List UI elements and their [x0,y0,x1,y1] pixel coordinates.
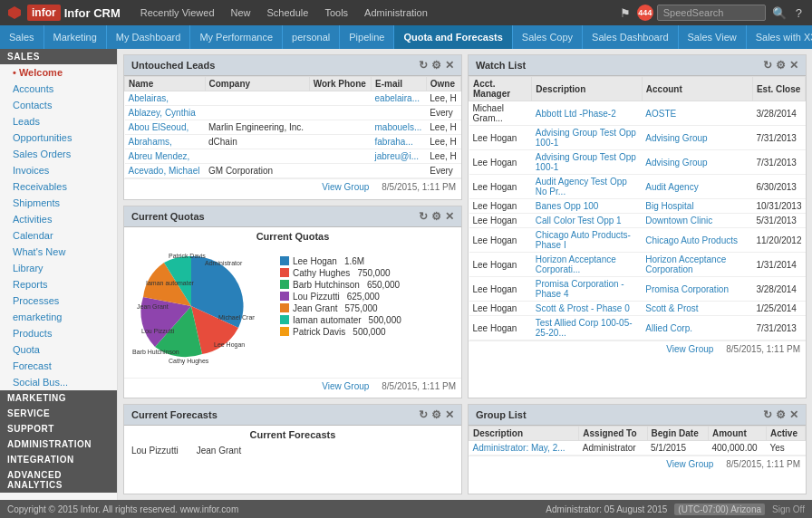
panel-close-icon[interactable]: ✕ [445,59,454,72]
sidebar-item-receivables[interactable]: Receivables [0,178,117,195]
wl-manager: Lee Hogan [469,316,532,341]
lead-name[interactable]: Abrahams, [125,135,206,149]
lead-name[interactable]: Ablazey, Cynthia [125,106,206,120]
wl-description[interactable]: Banes Opp 100 [532,199,642,214]
sidebar-item-emarketing[interactable]: emarketing [0,309,117,325]
quotas-refresh-icon[interactable]: ↻ [419,210,428,223]
nav-administration[interactable]: Administration [359,0,433,25]
tab-pipeline[interactable]: Pipeline [340,25,394,49]
lead-email[interactable]: fabraha... [372,135,427,149]
forecasts-refresh-icon[interactable]: ↻ [419,408,428,421]
quotas-settings-icon[interactable]: ⚙ [431,210,441,223]
grouplist-view-group[interactable]: View Group [666,459,713,469]
watchlist-close-icon[interactable]: ✕ [789,59,798,72]
gl-description[interactable]: Administrator: May, 2... [469,441,579,456]
wl-account[interactable]: Audit Agency [642,175,752,199]
nav-recently-viewed[interactable]: Recently Viewed [135,0,220,25]
watchlist-refresh-icon[interactable]: ↻ [763,59,772,72]
quotas-view-group[interactable]: View Group [322,381,369,391]
help-icon[interactable]: ? [793,6,805,20]
quotas-close-icon[interactable]: ✕ [445,210,454,223]
sidebar-item-processes[interactable]: Processes [0,293,117,309]
grouplist-close-icon[interactable]: ✕ [789,408,798,421]
wl-account[interactable]: Advising Group [642,126,752,150]
wl-description[interactable]: Abbott Ltd -Phase-2 [532,101,642,126]
sidebar-item-forecast[interactable]: Forecast [0,358,117,374]
wl-account[interactable]: Chicago Auto Products [642,228,752,253]
sidebar-item-contacts[interactable]: Contacts [0,97,117,113]
tab-sales-x3[interactable]: Sales with X3 [747,25,812,49]
wl-description[interactable]: Horizon Acceptance Corporati... [532,253,642,277]
wl-account[interactable]: Scott & Prost [642,302,752,316]
legend-item-lee: Lee Hogan 1.6M [280,256,458,266]
alert-icon[interactable]: ⚑ [617,6,633,20]
wl-description[interactable]: Call Color Test Opp 1 [532,214,642,228]
watchlist-settings-icon[interactable]: ⚙ [776,59,786,72]
sidebar-item-products[interactable]: Products [0,325,117,341]
sidebar-item-sales-orders[interactable]: Sales Orders [0,146,117,162]
legend-label-cathy: Cathy Hughes [293,268,350,278]
lead-email[interactable] [372,164,427,178]
sidebar-item-invoices[interactable]: Invoices [0,162,117,178]
lead-name[interactable]: Abelairas, [125,91,206,106]
nav-new[interactable]: New [226,0,256,25]
tab-personal[interactable]: personal [283,25,340,49]
grouplist-refresh-icon[interactable]: ↻ [763,408,772,421]
tab-quota-forecasts[interactable]: Quota and Forecasts [394,25,512,49]
lead-email[interactable]: eabelaira... [372,91,427,106]
sidebar-item-accounts[interactable]: Accounts [0,81,117,97]
tab-my-dashboard[interactable]: My Dashboard [107,25,191,49]
grouplist-settings-icon[interactable]: ⚙ [776,408,786,421]
lead-name[interactable]: Abou ElSeoud, [125,120,206,135]
watchlist-view-group[interactable]: View Group [666,344,713,354]
wl-description[interactable]: Chicago Auto Products-Phase I [532,228,642,253]
sidebar-item-quota[interactable]: Quota [0,341,117,358]
tab-sales-dashboard[interactable]: Sales Dashboard [583,25,678,49]
sign-off-link[interactable]: Sign Off [772,504,805,514]
tab-sales[interactable]: Sales [0,25,44,49]
nav-schedule[interactable]: Schedule [262,0,314,25]
wl-account[interactable]: Big Hospital [642,199,752,214]
notification-badge[interactable]: 444 [637,5,653,21]
sidebar-item-opportunities[interactable]: Opportunities [0,130,117,146]
lead-email[interactable]: mabouels... [372,120,427,135]
lead-name[interactable]: Acevado, Michael [125,164,206,178]
sidebar-item-reports[interactable]: Reports [0,276,117,293]
sidebar-item-calendar[interactable]: Calendar [0,227,117,244]
wl-account[interactable]: Downtown Clinic [642,214,752,228]
untouched-leads-view-group[interactable]: View Group [322,182,369,192]
search-icon[interactable]: 🔍 [769,6,789,20]
wl-account[interactable]: Allied Corp. [642,316,752,341]
panel-settings-icon[interactable]: ⚙ [431,59,441,72]
sidebar-item-whats-new[interactable]: What's New [0,244,117,260]
wl-description[interactable]: Promisa Corporation - Phase 4 [532,277,642,302]
wl-account[interactable]: Promisa Corporation [642,277,752,302]
lead-email[interactable] [372,106,427,120]
sidebar-item-activities[interactable]: Activities [0,211,117,227]
wl-account[interactable]: Horizon Acceptance Corporation [642,253,752,277]
wl-description[interactable]: Audit Agency Test Opp No Pr... [532,175,642,199]
wl-description[interactable]: Advising Group Test Opp 100-1 [532,150,642,175]
search-input[interactable] [657,5,766,21]
sidebar-item-social-bus[interactable]: Social Bus... [0,374,117,390]
tab-my-performance[interactable]: My Performance [190,25,283,49]
tab-marketing[interactable]: Marketing [44,25,107,49]
tab-sales-copy[interactable]: Sales Copy [513,25,583,49]
sidebar-item-library[interactable]: Library [0,260,117,276]
wl-description[interactable]: Test Allied Corp 100-05-25-20... [532,316,642,341]
forecasts-close-icon[interactable]: ✕ [445,408,454,421]
tab-sales-view[interactable]: Sales View [679,25,747,49]
sidebar-item-leads[interactable]: Leads [0,113,117,130]
wl-account[interactable]: Advising Group [642,150,752,175]
wl-description[interactable]: Scott & Prost - Phase 0 [532,302,642,316]
panel-refresh-icon[interactable]: ↻ [419,59,428,72]
gl-col-assigned: Assigned To [579,427,647,441]
nav-tools[interactable]: Tools [319,0,353,25]
lead-email[interactable]: jabreu@i... [372,149,427,164]
wl-account[interactable]: AOSTE [642,101,752,126]
lead-name[interactable]: Abreu Mendez, [125,149,206,164]
forecasts-settings-icon[interactable]: ⚙ [431,408,441,421]
sidebar-item-shipments[interactable]: Shipments [0,195,117,211]
sidebar-item-welcome[interactable]: Welcome [0,64,117,81]
wl-description[interactable]: Advising Group Test Opp 100-1 [532,126,642,150]
